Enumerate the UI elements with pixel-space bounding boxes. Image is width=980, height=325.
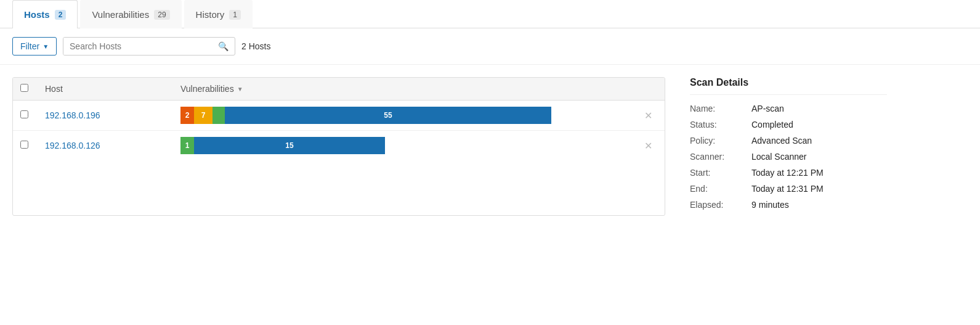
tab-hosts[interactable]: Hosts 2 — [12, 0, 78, 28]
filter-label: Filter — [20, 41, 39, 51]
tab-history-badge: 1 — [229, 10, 241, 20]
scan-details-panel: Scan Details Name: AP-scan Status: Compl… — [690, 77, 887, 216]
scan-detail-policy-value: Advanced Scan — [751, 136, 887, 146]
row1-critical-segment: 2 — [180, 107, 194, 124]
row2-checkbox-cell — [20, 141, 45, 150]
scan-detail-policy: Policy: Advanced Scan — [690, 136, 887, 146]
table-header: Host Vulnerabilities ▼ — [13, 78, 665, 101]
host-count: 2 Hosts — [241, 41, 270, 51]
search-icon[interactable]: 🔍 — [212, 38, 235, 55]
row2-host-ip[interactable]: 192.168.0.126 — [45, 141, 180, 150]
row1-high-segment: 7 — [194, 107, 213, 124]
scan-detail-status: Status: Completed — [690, 120, 887, 130]
row1-remove-button[interactable]: ✕ — [639, 110, 657, 121]
search-input[interactable] — [63, 38, 212, 55]
row1-checkbox[interactable] — [20, 110, 28, 118]
scan-detail-end: End: Today at 12:31 PM — [690, 184, 887, 194]
scan-detail-end-label: End: — [690, 184, 751, 194]
scan-detail-elapsed-label: Elapsed: — [690, 200, 751, 210]
tab-vulnerabilities[interactable]: Vulnerabilities 29 — [80, 0, 181, 28]
tab-history-label: History — [196, 9, 225, 20]
row2-info-segment: 15 — [194, 137, 385, 154]
row2-checkbox[interactable] — [20, 141, 28, 149]
col-vulnerabilities-header: Vulnerabilities ▼ — [180, 84, 657, 94]
table-row: 192.168.0.196 2 7 55 ✕ — [13, 101, 665, 131]
tab-history[interactable]: History 1 — [184, 0, 253, 28]
col-host-label: Host — [45, 84, 180, 94]
search-box: 🔍 — [63, 37, 235, 56]
scan-detail-name-label: Name: — [690, 104, 751, 113]
row2-remove-button[interactable]: ✕ — [639, 140, 657, 152]
table-row: 192.168.0.126 1 15 ✕ — [13, 131, 665, 160]
scan-detail-scanner-value: Local Scanner — [751, 152, 887, 162]
tab-vulnerabilities-label: Vulnerabilities — [92, 9, 149, 20]
hosts-table: Host Vulnerabilities ▼ 192.168.0.196 2 7… — [12, 77, 665, 216]
row2-medium-segment: 1 — [180, 137, 194, 154]
scan-details-title: Scan Details — [690, 77, 887, 95]
tab-hosts-badge: 2 — [55, 10, 67, 20]
tabs-bar: Hosts 2 Vulnerabilities 29 History 1 — [0, 0, 980, 28]
main-content: Host Vulnerabilities ▼ 192.168.0.196 2 7… — [0, 65, 980, 228]
row2-vuln-bar[interactable]: 1 15 — [180, 137, 639, 154]
scan-detail-status-label: Status: — [690, 120, 751, 130]
row1-vuln-bar[interactable]: 2 7 55 — [180, 107, 639, 124]
sort-icon[interactable]: ▼ — [237, 86, 243, 93]
filter-button[interactable]: Filter ▼ — [12, 37, 57, 56]
scan-detail-start: Start: Today at 12:21 PM — [690, 168, 887, 178]
col-vulnerabilities-label: Vulnerabilities — [180, 84, 234, 94]
scan-detail-start-label: Start: — [690, 168, 751, 178]
chevron-down-icon: ▼ — [43, 43, 49, 50]
toolbar: Filter ▼ 🔍 2 Hosts — [0, 28, 980, 65]
scan-detail-scanner: Scanner: Local Scanner — [690, 152, 887, 162]
row1-host-ip[interactable]: 192.168.0.196 — [45, 110, 180, 120]
select-all-checkbox-cell — [20, 84, 45, 94]
scan-detail-start-value: Today at 12:21 PM — [751, 168, 887, 178]
row1-checkbox-cell — [20, 110, 45, 120]
scan-detail-status-value: Completed — [751, 120, 887, 130]
scan-detail-policy-label: Policy: — [690, 136, 751, 146]
tab-hosts-label: Hosts — [24, 9, 50, 20]
select-all-checkbox[interactable] — [20, 84, 28, 92]
scan-detail-scanner-label: Scanner: — [690, 152, 751, 162]
scan-detail-elapsed: Elapsed: 9 minutes — [690, 200, 887, 210]
scan-detail-name-value: AP-scan — [751, 104, 887, 113]
scan-detail-end-value: Today at 12:31 PM — [751, 184, 887, 194]
scan-detail-elapsed-value: 9 minutes — [751, 200, 887, 210]
row1-info-segment: 55 — [225, 107, 551, 124]
row1-medium-segment — [213, 107, 225, 124]
tab-vulnerabilities-badge: 29 — [154, 10, 169, 20]
scan-detail-name: Name: AP-scan — [690, 104, 887, 113]
